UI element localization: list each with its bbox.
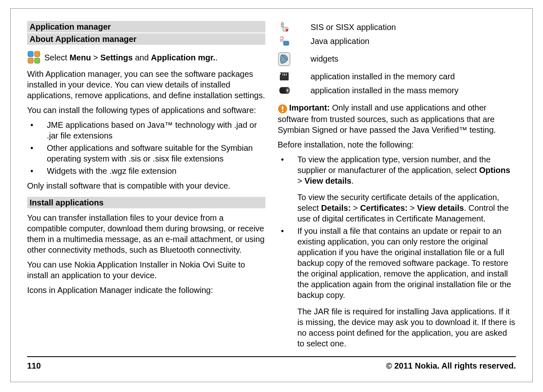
page-footer: 110 © 2011 Nokia. All rights reserved. (27, 356, 516, 371)
sub-paragraph: To view the security certificate details… (297, 192, 516, 224)
paragraph: Only install software that is compatible… (27, 180, 265, 191)
icon-label: widgets (311, 53, 516, 64)
important-label: Important: (289, 103, 330, 112)
icon-legend: SIS or SISX application Java application (278, 21, 516, 97)
svg-rect-10 (283, 74, 283, 76)
svg-rect-11 (284, 74, 285, 76)
nav-text: Select Menu > Settings and Application m… (44, 52, 218, 63)
paragraph: You can install the following types of a… (27, 105, 265, 115)
important-note: Important: Only install and use applicat… (278, 102, 516, 135)
heading-install-apps: Install applications (27, 197, 265, 208)
java-icon (278, 35, 291, 47)
paragraph: Before installation, note the following: (278, 139, 516, 150)
paragraph: Icons in Application Manager indicate th… (27, 285, 265, 295)
widgets-icon (278, 49, 291, 69)
svg-point-16 (287, 89, 288, 92)
before-install-list: To view the application type, version nu… (278, 154, 516, 349)
svg-point-8 (280, 40, 284, 42)
warning-icon (278, 104, 288, 114)
list-item: Widgets with the .wgz file extension (27, 166, 265, 176)
two-column-layout: Application manager About Application ma… (27, 21, 516, 352)
list-item: Other applications and software suitable… (27, 143, 265, 164)
svg-rect-2 (28, 58, 33, 63)
paragraph: You can use Nokia Application Installer … (27, 259, 265, 281)
copyright: © 2011 Nokia. All rights reserved. (386, 360, 516, 371)
sis-icon (278, 21, 291, 33)
icon-label: Java application (311, 36, 516, 46)
left-column: Application manager About Application ma… (27, 21, 265, 352)
paragraph: With Application manager, you can see th… (27, 69, 265, 101)
list-item: JME applications based on Java™ technolo… (27, 120, 265, 141)
app-manager-icon (27, 51, 41, 65)
heading-about: About Application manager (27, 33, 265, 45)
right-column: SIS or SISX application Java application (278, 21, 516, 352)
svg-rect-18 (282, 106, 283, 110)
sub-paragraph: The JAR file is required for installing … (297, 306, 516, 349)
svg-rect-7 (283, 41, 289, 45)
list-item: To view the application type, version nu… (278, 154, 516, 224)
memory-card-icon (278, 70, 291, 83)
icon-label: SIS or SISX application (311, 22, 516, 32)
mass-memory-icon (278, 84, 291, 97)
heading-app-manager: Application manager (27, 21, 265, 32)
svg-rect-12 (286, 74, 287, 76)
install-types-list: JME applications based on Java™ technolo… (27, 120, 265, 176)
svg-rect-3 (35, 58, 40, 63)
svg-rect-0 (28, 51, 33, 57)
svg-point-19 (282, 111, 283, 112)
icon-label: application installed in the memory card (311, 71, 516, 82)
svg-rect-5 (286, 29, 288, 32)
page-number: 110 (27, 360, 41, 371)
page: Application manager About Application ma… (10, 8, 533, 382)
paragraph: You can transfer installation files to y… (27, 212, 265, 255)
icon-label: application installed in the mass memory (311, 85, 516, 96)
svg-point-6 (281, 22, 284, 25)
list-item: If you install a file that contains an u… (278, 226, 516, 349)
navigation-path: Select Menu > Settings and Application m… (27, 51, 265, 65)
svg-rect-1 (35, 51, 40, 57)
